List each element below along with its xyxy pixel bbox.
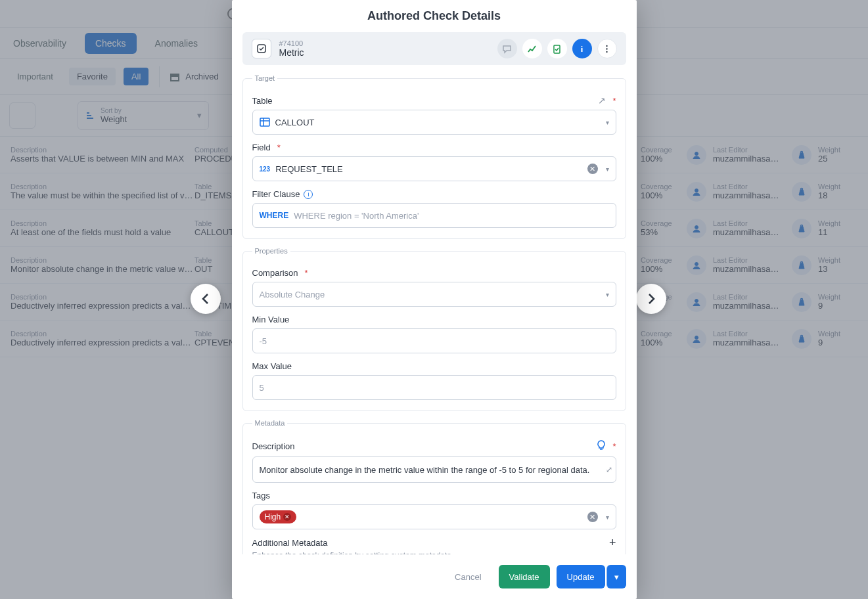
svg-point-24 bbox=[606, 51, 607, 52]
check-details-modal: Authored Check Details #74100 Metric Tar… bbox=[232, 0, 637, 599]
svg-rect-21 bbox=[582, 48, 583, 52]
prev-check-button[interactable] bbox=[191, 284, 221, 314]
comparison-label: Comparison bbox=[252, 268, 616, 278]
chevron-left-icon bbox=[200, 293, 212, 305]
check-name: Metric bbox=[279, 47, 490, 58]
comparison-select[interactable]: Absolute Change ▾ bbox=[252, 282, 616, 307]
additional-label: Additional Metadata bbox=[252, 538, 328, 548]
table-select[interactable]: CALLOUT ▾ bbox=[252, 110, 616, 135]
properties-legend: Properties bbox=[252, 247, 290, 255]
metadata-fieldset: Metadata Description Monitor absolute ch… bbox=[242, 419, 626, 554]
description-input[interactable]: Monitor absolute change in the metric va… bbox=[252, 456, 616, 483]
add-metadata-button[interactable]: + bbox=[609, 536, 616, 550]
check-header: #74100 Metric bbox=[242, 32, 626, 65]
min-value-input[interactable] bbox=[252, 328, 616, 353]
clipboard-button[interactable] bbox=[547, 39, 567, 58]
validate-button[interactable]: Validate bbox=[499, 565, 550, 588]
modal-title: Authored Check Details bbox=[242, 0, 626, 30]
description-value: Monitor absolute change in the metric va… bbox=[260, 465, 590, 475]
modal-footer: Cancel Validate Update ▾ bbox=[232, 554, 637, 599]
max-label: Max Value bbox=[252, 361, 616, 371]
target-legend: Target bbox=[252, 74, 278, 82]
min-label: Min Value bbox=[252, 315, 616, 324]
kebab-icon bbox=[602, 44, 612, 54]
remove-tag-button[interactable]: ✕ bbox=[283, 513, 291, 521]
suggest-icon[interactable] bbox=[597, 440, 606, 453]
filter-clause-input[interactable]: WHERE bbox=[252, 203, 616, 228]
field-select[interactable]: 123 REQUEST_TELE ✕ ▾ bbox=[252, 156, 616, 181]
svg-rect-25 bbox=[260, 118, 269, 126]
tags-input[interactable]: High ✕ ✕ ▾ bbox=[252, 504, 616, 529]
svg-point-22 bbox=[606, 45, 607, 46]
svg-point-20 bbox=[582, 46, 583, 47]
comparison-value: Absolute Change bbox=[260, 290, 325, 300]
clipboard-icon bbox=[552, 44, 562, 54]
more-button[interactable] bbox=[597, 39, 617, 58]
table-value: CALLOUT bbox=[275, 118, 315, 127]
check-id: #74100 bbox=[279, 39, 490, 47]
comment-icon bbox=[502, 44, 512, 54]
filter-label: Filter Clause i bbox=[252, 189, 616, 199]
field-value: REQUEST_TELE bbox=[275, 164, 343, 174]
table-icon bbox=[260, 118, 270, 127]
description-label: Description bbox=[252, 440, 616, 453]
open-table-icon[interactable]: ↗ bbox=[598, 95, 606, 106]
additional-metadata-row: Additional Metadata + bbox=[252, 536, 616, 550]
chevron-right-icon bbox=[645, 293, 657, 305]
expand-icon[interactable]: ⤢ bbox=[606, 465, 610, 474]
clear-field-button[interactable]: ✕ bbox=[587, 164, 598, 174]
field-label: Field bbox=[252, 143, 616, 152]
max-value-input[interactable] bbox=[252, 375, 616, 400]
info-icon bbox=[577, 44, 587, 54]
filter-info-icon[interactable]: i bbox=[304, 190, 313, 199]
tag-chip-high: High ✕ bbox=[260, 510, 297, 523]
chart-icon bbox=[527, 44, 537, 54]
update-button[interactable]: Update bbox=[557, 565, 605, 588]
update-dropdown-button[interactable]: ▾ bbox=[606, 565, 626, 588]
chart-button[interactable] bbox=[522, 39, 542, 58]
table-label: Table ↗ bbox=[252, 95, 616, 106]
metadata-legend: Metadata bbox=[252, 419, 288, 427]
next-check-button[interactable] bbox=[636, 284, 666, 314]
properties-fieldset: Properties Comparison Absolute Change ▾ … bbox=[242, 247, 626, 411]
where-keyword: WHERE bbox=[260, 211, 289, 220]
clear-tags-button[interactable]: ✕ bbox=[587, 512, 598, 522]
cancel-button[interactable]: Cancel bbox=[444, 565, 491, 588]
svg-point-23 bbox=[606, 48, 607, 49]
info-button[interactable] bbox=[572, 39, 592, 58]
numeric-icon: 123 bbox=[260, 166, 271, 173]
comment-button[interactable] bbox=[497, 39, 517, 58]
check-type-icon bbox=[252, 39, 271, 58]
svg-rect-19 bbox=[554, 45, 560, 53]
tags-label: Tags bbox=[252, 491, 616, 500]
target-fieldset: Target Table ↗ CALLOUT ▾ Field 123 REQUE… bbox=[242, 74, 626, 239]
